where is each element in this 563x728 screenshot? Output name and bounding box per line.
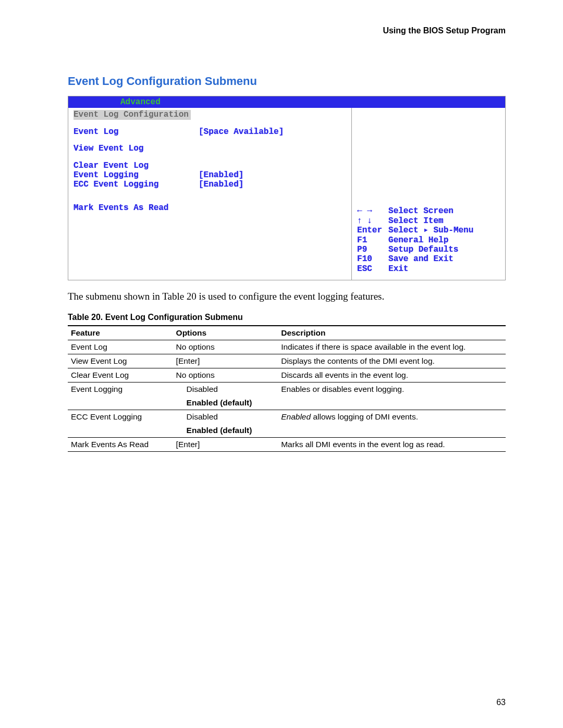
bios-label: ECC Event Logging bbox=[74, 180, 199, 189]
help-text: Exit bbox=[388, 264, 500, 274]
bios-help-row: F1General Help bbox=[357, 236, 500, 245]
bios-screen-title: Event Log Configuration bbox=[74, 110, 191, 119]
feature-table: Feature Options Description Event Log No… bbox=[68, 325, 506, 452]
bios-help-row: F10Save and Exit bbox=[357, 254, 500, 264]
bios-help-row: EnterSelect ▸ Sub-Menu bbox=[357, 226, 500, 235]
td-options: [Enter] bbox=[173, 354, 278, 368]
bios-row-clear-event-log: Clear Event Log bbox=[74, 161, 346, 170]
bios-help-row: ← →Select Screen bbox=[357, 206, 500, 216]
td-feature bbox=[68, 396, 173, 410]
td-desc: Indicates if there is space available in… bbox=[278, 340, 506, 354]
body-paragraph: The submenu shown in Table 20 is used to… bbox=[68, 291, 506, 302]
td-feature: Clear Event Log bbox=[68, 368, 173, 382]
table-row: Event Log No options Indicates if there … bbox=[68, 340, 506, 354]
th-description: Description bbox=[278, 326, 506, 340]
help-text: General Help bbox=[388, 236, 500, 245]
page-number: 63 bbox=[496, 698, 506, 707]
bios-label: Mark Events As Read bbox=[74, 203, 230, 213]
bios-value: [Enabled] bbox=[199, 180, 346, 189]
td-options: [Enter] bbox=[173, 438, 278, 452]
table-row: Clear Event Log No options Discards all … bbox=[68, 368, 506, 382]
td-feature: Mark Events As Read bbox=[68, 438, 173, 452]
bios-row-ecc-event-logging: ECC Event Logging [Enabled] bbox=[74, 180, 346, 189]
th-feature: Feature bbox=[68, 326, 173, 340]
help-key: Enter bbox=[357, 226, 388, 235]
bios-row-view-event-log: View Event Log bbox=[74, 144, 346, 153]
table-row: Mark Events As Read [Enter] Marks all DM… bbox=[68, 438, 506, 452]
td-options: Disabled bbox=[173, 382, 278, 397]
td-options: Disabled bbox=[173, 410, 278, 424]
td-desc: Marks all DMI events in the event log as… bbox=[278, 438, 506, 452]
td-feature: Event Logging bbox=[68, 382, 173, 397]
bios-value: [Space Available] bbox=[199, 127, 346, 137]
help-key: ← → bbox=[357, 206, 388, 216]
td-desc bbox=[278, 396, 506, 410]
table-row: ECC Event Logging Disabled Enabled allow… bbox=[68, 410, 506, 424]
table-row: Enabled (default) bbox=[68, 396, 506, 410]
bios-help-pane: ← →Select Screen ↑ ↓Select Item EnterSel… bbox=[352, 108, 505, 280]
td-feature: ECC Event Logging bbox=[68, 410, 173, 424]
bios-label: View Event Log bbox=[74, 144, 199, 153]
help-text: Save and Exit bbox=[388, 254, 500, 264]
td-desc: Enabled allows logging of DMI events. bbox=[278, 410, 506, 424]
bios-row-event-log: Event Log [Space Available] bbox=[74, 127, 346, 137]
bios-screenshot: Advanced Event Log Configuration Event L… bbox=[68, 96, 506, 280]
bios-help-row: P9Setup Defaults bbox=[357, 245, 500, 254]
running-header: Using the BIOS Setup Program bbox=[68, 26, 506, 35]
help-text: Setup Defaults bbox=[388, 245, 500, 254]
td-options: Enabled (default) bbox=[173, 424, 278, 438]
table-header-row: Feature Options Description bbox=[68, 326, 506, 340]
table-row: View Event Log [Enter] Displays the cont… bbox=[68, 354, 506, 368]
help-key: P9 bbox=[357, 245, 388, 254]
bios-value: [Enabled] bbox=[199, 170, 346, 180]
td-feature bbox=[68, 424, 173, 438]
bios-left-pane: Event Log Configuration Event Log [Space… bbox=[68, 108, 352, 280]
td-desc: Enables or disables event logging. bbox=[278, 382, 506, 397]
bios-menubar: Advanced bbox=[68, 96, 505, 108]
td-options: No options bbox=[173, 340, 278, 354]
th-options: Options bbox=[173, 326, 278, 340]
td-desc bbox=[278, 424, 506, 438]
td-options: No options bbox=[173, 368, 278, 382]
bios-label: Clear Event Log bbox=[74, 161, 199, 170]
bios-label: Event Log bbox=[74, 127, 199, 137]
help-text: Select Item bbox=[388, 216, 500, 226]
help-key: ESC bbox=[357, 264, 388, 274]
table-row: Event Logging Disabled Enables or disabl… bbox=[68, 382, 506, 397]
bios-help-row: ↑ ↓Select Item bbox=[357, 216, 500, 226]
td-feature: View Event Log bbox=[68, 354, 173, 368]
help-key: F1 bbox=[357, 236, 388, 245]
bios-help-row: ESCExit bbox=[357, 264, 500, 274]
td-desc: Displays the contents of the DMI event l… bbox=[278, 354, 506, 368]
help-text: Select Screen bbox=[388, 206, 500, 216]
td-options: Enabled (default) bbox=[173, 396, 278, 410]
table-row: Enabled (default) bbox=[68, 424, 506, 438]
bios-menu-tab-advanced: Advanced bbox=[120, 97, 161, 107]
bios-row-event-logging: Event Logging [Enabled] bbox=[74, 170, 346, 180]
td-feature: Event Log bbox=[68, 340, 173, 354]
section-title: Event Log Configuration Submenu bbox=[68, 75, 506, 88]
help-key: F10 bbox=[357, 254, 388, 264]
td-desc: Discards all events in the event log. bbox=[278, 368, 506, 382]
table-caption: Table 20. Event Log Configuration Submen… bbox=[68, 313, 506, 322]
help-key: ↑ ↓ bbox=[357, 216, 388, 226]
bios-label: Event Logging bbox=[74, 170, 199, 180]
help-text: Select ▸ Sub-Menu bbox=[388, 226, 500, 235]
bios-row-mark-events-as-read: Mark Events As Read bbox=[74, 203, 346, 213]
